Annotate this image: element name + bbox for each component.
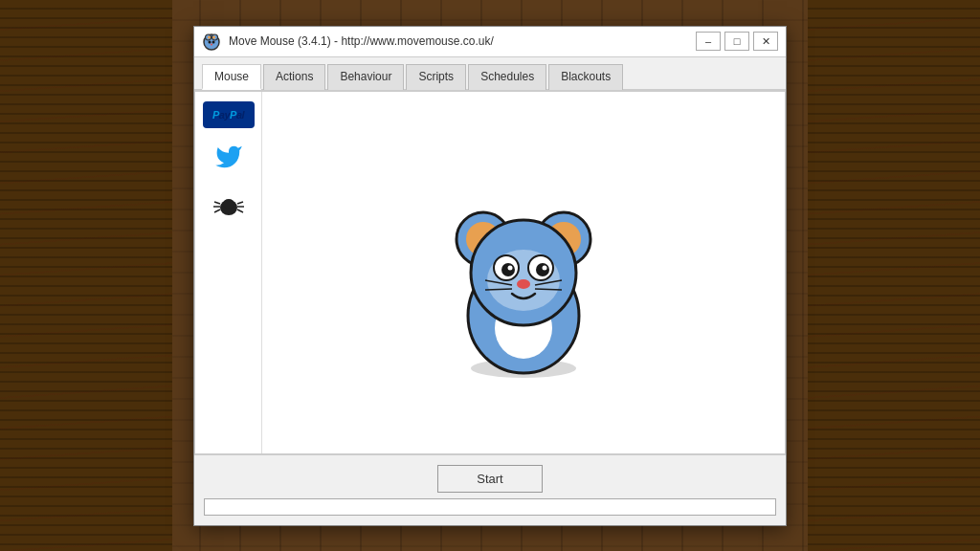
tab-behaviour[interactable]: Behaviour	[327, 64, 404, 90]
svg-line-13	[237, 202, 243, 204]
svg-line-10	[214, 202, 220, 204]
svg-line-33	[485, 289, 512, 290]
svg-point-9	[223, 199, 234, 209]
svg-point-27	[501, 263, 515, 276]
bottom-section: Start	[194, 454, 786, 525]
svg-point-28	[508, 265, 513, 270]
tab-blackouts[interactable]: Blackouts	[548, 64, 623, 90]
progress-bar-container	[204, 498, 776, 516]
tab-mouse[interactable]: Mouse	[202, 64, 261, 90]
svg-point-29	[536, 263, 549, 276]
sidebar: PayPal	[195, 92, 262, 453]
svg-point-6	[212, 41, 215, 44]
svg-point-30	[543, 265, 547, 270]
tab-schedules[interactable]: Schedules	[468, 64, 546, 90]
wood-right-panel	[808, 0, 980, 551]
svg-line-35	[535, 289, 562, 290]
wood-left-panel	[0, 0, 172, 551]
mouse-mascot	[428, 167, 619, 378]
svg-point-31	[517, 279, 530, 289]
app-window: Move Mouse (3.4.1) - http://www.movemous…	[193, 26, 787, 526]
svg-line-15	[237, 209, 243, 212]
tab-bar: Mouse Actions Behaviour Scripts Schedule…	[194, 57, 786, 91]
svg-line-12	[214, 209, 220, 212]
maximize-button[interactable]: □	[724, 32, 749, 51]
bug-button[interactable]	[204, 186, 254, 220]
main-panel	[262, 92, 785, 453]
twitter-button[interactable]	[204, 140, 254, 174]
app-icon	[202, 32, 221, 51]
svg-point-7	[211, 44, 212, 46]
tab-actions[interactable]: Actions	[263, 64, 325, 90]
title-bar-text: Move Mouse (3.4.1) - http://www.movemous…	[229, 34, 688, 48]
start-button[interactable]: Start	[437, 465, 542, 493]
title-bar-controls: – □ ✕	[696, 32, 778, 51]
svg-point-5	[209, 41, 212, 44]
title-bar: Move Mouse (3.4.1) - http://www.movemous…	[194, 27, 786, 57]
close-button[interactable]: ✕	[753, 32, 778, 51]
minimize-button[interactable]: –	[696, 32, 721, 51]
tab-scripts[interactable]: Scripts	[406, 64, 466, 90]
content-area: PayPal	[194, 91, 786, 454]
svg-point-3	[208, 36, 211, 39]
svg-point-4	[212, 36, 215, 39]
paypal-button[interactable]: PayPal	[203, 101, 255, 128]
